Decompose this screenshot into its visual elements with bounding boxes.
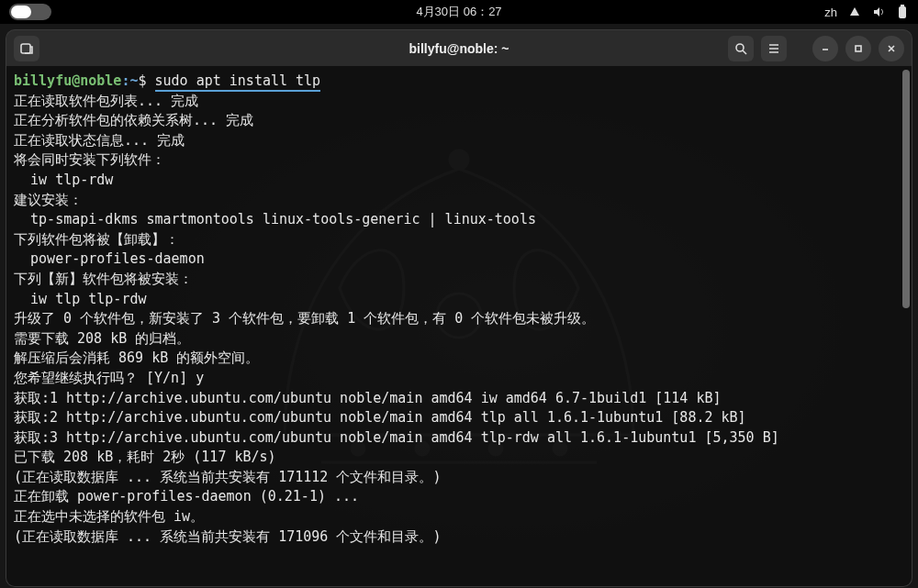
output-line: 升级了 0 个软件包，新安装了 3 个软件包，要卸载 1 个软件包，有 0 个软… xyxy=(14,309,904,329)
menu-button[interactable] xyxy=(761,36,787,61)
svg-rect-7 xyxy=(901,5,904,6)
output-line: 您希望继续执行吗？ [Y/n] y xyxy=(14,369,904,389)
new-tab-button[interactable] xyxy=(14,36,39,61)
output-line: (正在读取数据库 ... 系统当前共安装有 171096 个文件和目录。) xyxy=(14,527,904,548)
output-line: 下列软件包将被【卸载】： xyxy=(14,230,904,250)
output-line: 正在卸载 power-profiles-daemon (0.21-1) ... xyxy=(14,487,904,507)
network-icon[interactable] xyxy=(848,6,861,18)
output-line: 需要下载 208 kB 的归档。 xyxy=(14,329,904,349)
output-line: 获取:1 http://archive.ubuntu.com/ubuntu no… xyxy=(14,389,904,409)
clock[interactable]: 4月30日 06：27 xyxy=(416,4,501,20)
maximize-button[interactable] xyxy=(845,36,871,61)
input-method-indicator[interactable]: zh xyxy=(824,6,837,19)
svg-rect-6 xyxy=(899,6,906,18)
search-button[interactable] xyxy=(728,36,754,61)
output-line: 获取:2 http://archive.ubuntu.com/ubuntu no… xyxy=(14,408,904,428)
prompt-user: billyfu@noble xyxy=(14,72,121,89)
output-line: power-profiles-daemon xyxy=(14,250,904,270)
terminal-scrollbar[interactable] xyxy=(902,70,910,308)
minimize-button[interactable] xyxy=(812,36,838,61)
svg-rect-8 xyxy=(21,44,30,53)
output-line: 已下载 208 kB，耗时 2秒 (117 kB/s) xyxy=(14,448,904,468)
prompt-command: sudo apt install tlp xyxy=(155,72,321,92)
prompt-line: billyfu@noble:~$ sudo apt install tlp xyxy=(14,72,904,92)
output-line: 正在选中未选择的软件包 iw。 xyxy=(14,507,904,527)
svg-rect-10 xyxy=(856,46,861,51)
output-line: 解压缩后会消耗 869 kB 的额外空间。 xyxy=(14,349,904,369)
output-line: 正在分析软件包的依赖关系树... 完成 xyxy=(14,111,904,131)
close-button[interactable] xyxy=(879,36,904,61)
output-line: 将会同时安装下列软件： xyxy=(14,150,904,171)
terminal-titlebar: billyfu@noble: ~ xyxy=(6,29,912,66)
terminal-window[interactable]: billyfu@noble:~$ sudo apt install tlp正在读… xyxy=(6,66,912,587)
window-title: billyfu@noble: ~ xyxy=(409,41,509,56)
activities-pill[interactable] xyxy=(9,4,51,20)
battery-icon[interactable] xyxy=(896,6,909,18)
volume-icon[interactable] xyxy=(872,6,885,18)
output-line: iw tlp tlp-rdw xyxy=(14,290,904,310)
output-line: tp-smapi-dkms smartmontools linux-tools-… xyxy=(14,210,904,230)
prompt-dollar: $ xyxy=(138,72,154,89)
gnome-top-bar: 4月30日 06：27 zh xyxy=(0,0,918,24)
svg-point-9 xyxy=(736,44,744,51)
output-line: 正在读取软件包列表... 完成 xyxy=(14,92,904,112)
output-line: (正在读取数据库 ... 系统当前共安装有 171112 个文件和目录。) xyxy=(14,468,904,488)
output-line: 下列【新】软件包将被安装： xyxy=(14,270,904,290)
output-line: iw tlp-rdw xyxy=(14,171,904,191)
output-line: 获取:3 http://archive.ubuntu.com/ubuntu no… xyxy=(14,428,904,449)
output-line: 建议安装： xyxy=(14,191,904,211)
output-line: 正在读取状态信息... 完成 xyxy=(14,131,904,151)
